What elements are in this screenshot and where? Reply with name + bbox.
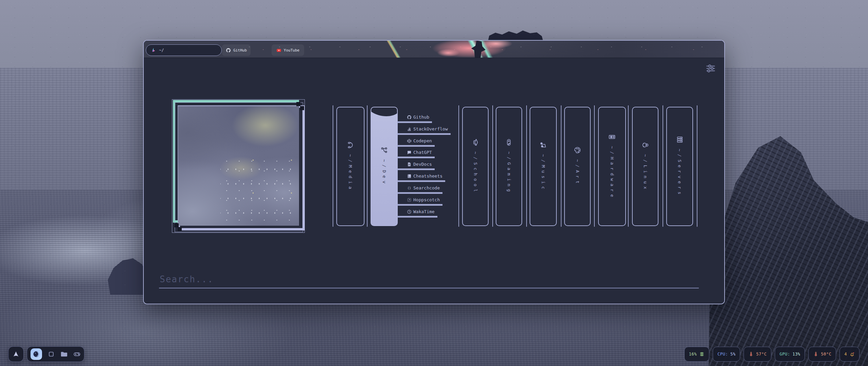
stat-gpu-usage: GPU: 13%: [775, 347, 805, 362]
chat-icon: [407, 150, 412, 155]
bell-icon: [849, 351, 855, 357]
stat-text: 13%: [792, 352, 800, 357]
link-label: Codepen: [413, 138, 432, 143]
stackoverflow-icon: [407, 127, 412, 131]
frame-handle: [296, 102, 300, 106]
firefox-icon: [32, 350, 40, 358]
tab-label: GitHub: [233, 48, 247, 53]
shelf-divider: [561, 105, 561, 227]
book-art[interactable]: ~/Art: [564, 107, 591, 226]
gamepad-icon: [73, 350, 81, 358]
dock-item-files[interactable]: [60, 350, 68, 358]
artwork-widget: [172, 98, 308, 234]
book-label: ~/Linux: [643, 154, 648, 192]
start-page: ~/Media~/DevGithubStackOverflowCodepenCh…: [144, 58, 724, 304]
music-note-icon: [539, 141, 547, 149]
book-dev[interactable]: ~/Dev: [371, 107, 398, 226]
git-branch-icon: [380, 146, 388, 154]
link-wakatime[interactable]: WakaTime: [397, 209, 437, 218]
hoppscotch-icon: [407, 198, 412, 202]
frame-handle: [178, 227, 182, 231]
stat-text: 50°C: [821, 352, 831, 357]
link-devdocs[interactable]: DevDocs: [397, 162, 435, 170]
shelf-divider: [663, 105, 663, 227]
stat-cpu-temp: 57°C: [744, 347, 771, 362]
tab-label: YouTube: [284, 48, 299, 53]
link-label: ChatGPT: [413, 150, 432, 155]
ram-icon: [699, 351, 705, 357]
url-bar[interactable]: ~/: [146, 44, 222, 56]
dock-item-games[interactable]: [73, 350, 81, 358]
shelf-divider: [367, 105, 368, 227]
stat-memory: 16%: [684, 347, 709, 362]
sliders-icon[interactable]: [705, 63, 716, 74]
document-icon: [407, 162, 412, 167]
stat-text: 4: [844, 352, 847, 357]
tab-github[interactable]: GitHub: [222, 44, 251, 56]
thermometer-icon: [813, 351, 818, 357]
shelf-divider: [594, 105, 595, 227]
thermometer-icon: [748, 351, 754, 357]
stat-text: CPU:: [717, 352, 728, 357]
link-cheatsheets[interactable]: Cheatsheets: [397, 174, 445, 182]
youtube-icon: [276, 48, 281, 53]
toolbar-art-streak: [378, 41, 408, 58]
book-label: ~/Hardware: [610, 146, 615, 200]
link-hoppscotch[interactable]: Hoppscotch: [397, 197, 442, 206]
link-label: DevDocs: [413, 162, 432, 167]
browser-toolbar: ~/ GitHubYouTube: [144, 41, 724, 58]
dock-item-window[interactable]: [47, 350, 55, 358]
stat-text: 16%: [689, 352, 697, 357]
arch-logo-icon: [12, 350, 20, 358]
link-github[interactable]: Github: [397, 115, 432, 123]
clock-icon: [407, 209, 412, 214]
book-servers[interactable]: ~/Servers: [666, 107, 693, 226]
palette-icon: [574, 146, 581, 154]
server-rack-icon: [676, 136, 684, 143]
shelf-divider: [492, 105, 493, 227]
window-icon: [47, 350, 55, 358]
link-searchcode[interactable]: {}Searchcode: [397, 185, 442, 194]
stat-notifications[interactable]: 4: [840, 347, 860, 362]
link-stackoverflow[interactable]: StackOverflow: [397, 126, 451, 135]
github-icon: [226, 48, 231, 53]
book-label: ~/Music: [541, 154, 546, 192]
app-launcher-button[interactable]: [8, 346, 24, 362]
dock-item-firefox[interactable]: [31, 348, 42, 360]
book-gaming[interactable]: ~/Gaming: [496, 107, 522, 226]
folder-icon: [60, 350, 68, 358]
link-label: Hoppscotch: [413, 197, 440, 202]
shelf-divider: [333, 105, 333, 227]
search-section: [159, 273, 699, 288]
graduation-cap-icon: [472, 139, 479, 146]
link-label: Github: [413, 115, 429, 120]
book-label: ~/School: [473, 151, 478, 195]
shelf-divider: [526, 105, 527, 227]
url-text: ~/: [159, 48, 164, 53]
github-icon: [407, 115, 412, 120]
book-label: ~/Gaming: [507, 151, 512, 195]
search-input[interactable]: [159, 273, 699, 288]
book-media[interactable]: ~/Media: [336, 107, 364, 226]
browser-window: ~/ GitHubYouTube ~/Media~/DevGithubStack…: [143, 40, 725, 304]
book-music[interactable]: ~/Music: [530, 107, 557, 226]
tab-youtube[interactable]: YouTube: [272, 44, 304, 56]
book-school[interactable]: ~/School: [462, 107, 489, 226]
system-stats: 16%CPU: 5%57°CGPU: 13%50°C4: [684, 347, 860, 362]
artwork-image: [178, 106, 299, 226]
stat-cpu-usage: CPU: 5%: [713, 347, 740, 362]
book-linux[interactable]: ~/Linux: [632, 107, 658, 226]
link-chatgpt[interactable]: ChatGPT: [397, 150, 435, 158]
link-label: Cheatsheets: [413, 174, 442, 179]
artwork-stars: [220, 156, 293, 222]
svg-text:{}: {}: [408, 186, 411, 190]
stat-gpu-temp: 50°C: [808, 347, 836, 362]
dock: [27, 346, 84, 362]
book-label: ~/Servers: [677, 149, 682, 197]
desktop: ~/ GitHubYouTube ~/Media~/DevGithubStack…: [0, 0, 868, 366]
link-codepen[interactable]: Codepen: [397, 138, 435, 147]
headphones-icon: [347, 141, 354, 149]
book-label: ~/Media: [348, 154, 353, 192]
book-hardware[interactable]: ~/Hardware: [598, 107, 626, 226]
book-label: ~/Dev: [382, 159, 387, 186]
